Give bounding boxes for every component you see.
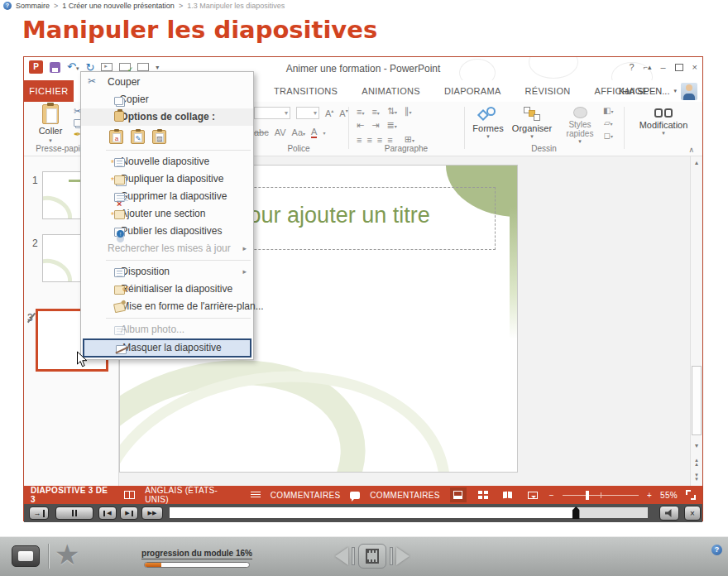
help-badge-icon[interactable]: ? [711,545,722,555]
grow-font-icon[interactable]: A▴ [325,108,333,118]
paste-option-keep-formatting-icon[interactable]: a [109,130,123,144]
seek-bar[interactable] [170,507,648,518]
menu-item-copier[interactable]: Copier [81,91,253,108]
char-spacing-icon[interactable]: AV [275,127,286,137]
breadcrumb-item-module[interactable]: 1 Créer une nouvelle présentation [62,2,175,10]
breadcrumb-item-sommaire[interactable]: Sommaire [16,2,50,10]
fast-forward-button[interactable]: ▶▶ [141,506,163,520]
font-color-icon[interactable]: A [311,127,317,138]
page-title: Manipuler les diapositives [22,16,377,44]
next-slide-icon[interactable]: ▾▾ [691,473,702,481]
align-right-icon[interactable]: ≡ [377,135,382,145]
chevron-down-icon: ▾ [49,137,52,144]
favorites-star-icon[interactable]: ★ [55,538,79,571]
account-chip[interactable]: Karl SPEN... ▾ [619,80,697,102]
maximize-button[interactable] [675,64,683,71]
pause-button[interactable] [55,506,93,520]
previous-chapter-bar [352,547,355,565]
line-spacing-icon[interactable]: ⇅▾ [387,106,397,117]
next-button[interactable]: ▶ [120,506,138,520]
fullscreen-button[interactable] [12,545,40,567]
shrink-font-icon[interactable]: A▾ [339,108,347,118]
language-indicator[interactable]: ANGLAIS (ÉTATS-UNIS) [145,486,241,504]
menu-item-supprimer-la-diapositive[interactable]: Supprimer la diapositive [81,188,253,205]
zoom-percentage[interactable]: 55% [660,491,678,500]
mouse-cursor [76,351,88,368]
font-size-combo[interactable]: ▾ [296,107,319,119]
shapes-button[interactable]: Formes ▾ [471,107,505,140]
comments-toggle[interactable]: COMMENTAIRES [370,491,440,500]
minimize-button[interactable]: – [660,62,665,72]
quick-styles-button[interactable]: Styles rapides ▾ [560,107,600,145]
columns-icon[interactable]: ∥▾ [405,106,412,117]
breadcrumb-separator: > [179,2,183,10]
align-left-icon[interactable]: ≡ [357,135,362,145]
scroll-up-icon[interactable]: ▴ [691,160,702,166]
menu-item-dupliquer-la-diapositive[interactable]: Dupliquer la diapositive [81,170,253,188]
justify-icon[interactable]: ≡ [387,135,392,145]
increase-indent-icon[interactable]: ⇥ [371,120,379,131]
zoom-slider[interactable] [563,487,639,502]
player-close-button[interactable]: × [684,506,701,521]
tab-diaporama[interactable]: DIAPORAMA [444,86,501,96]
menu-item-mise-en-forme-arriere-plan[interactable]: Mise en forme de l'arrière-plan... [81,298,253,315]
window-controls: ? ⌐▴ – × [630,62,697,72]
strikethrough-icon[interactable]: abc [254,127,269,137]
help-button[interactable]: ? [630,62,635,72]
reading-view-button[interactable] [500,487,516,502]
bullets-icon[interactable]: ≡▾ [357,107,364,117]
tab-fichier[interactable]: FICHIER [24,80,74,102]
menu-item-nouvelle-diapositive[interactable]: Nouvelle diapositive [81,153,253,170]
previous-slide-icon[interactable]: ▴▴ [691,458,702,466]
arrange-button[interactable]: Organiser ▾ [510,107,553,140]
notes-toggle[interactable]: COMMENTAIRES [271,491,341,500]
tab-animations[interactable]: ANIMATIONS [362,86,420,96]
tab-revision[interactable]: RÉVISION [525,86,571,96]
paste-option-merge-formatting-icon[interactable]: ✎ [131,130,145,144]
fit-slide-icon[interactable] [686,490,696,500]
vertical-scrollbar[interactable]: ▴ ▾ ▴▴ ▾▾ [690,156,702,486]
previous-chapter-icon[interactable] [335,547,348,565]
paste-button[interactable]: Coller ▾ [32,104,69,147]
shape-fill-icon[interactable]: ◧▾ [603,106,613,115]
normal-view-button[interactable] [450,487,467,502]
menu-item-masquer-la-diapositive[interactable]: Masquer la diapositive [83,338,251,358]
text-direction-icon[interactable]: ≣▾ [386,120,396,131]
numbering-icon[interactable]: ≡▾ [371,107,379,117]
next-chapter-icon[interactable] [396,547,410,565]
editing-button[interactable]: Modification ▾ [626,108,701,137]
scrollbar-thumb[interactable] [692,366,702,435]
font-name-combo[interactable]: ▾ [254,107,290,119]
ribbon-display-options-icon[interactable]: ⌐▴ [644,63,652,71]
spellcheck-icon[interactable] [124,491,135,499]
shape-effects-icon[interactable]: ◻▾ [604,131,613,140]
menu-item-reinitialiser-la-diapositive[interactable]: Réinitialiser la diapositive [81,281,253,298]
exit-button[interactable]: → [29,506,49,520]
volume-button[interactable] [659,506,679,521]
slideshow-button[interactable] [524,487,541,502]
menu-item-ajouter-une-section[interactable]: Ajouter une section [81,205,253,223]
font-controls-row2: abc AV Aa▾ A ▾ [254,127,325,138]
tab-transitions[interactable]: TRANSITIONS [274,86,338,96]
paste-option-picture-icon[interactable]: ▨ [152,130,166,144]
chapter-list-button[interactable] [358,544,386,569]
decrease-indent-icon[interactable]: ⇤ [357,120,364,131]
change-case-icon[interactable]: Aa▾ [292,127,305,137]
collapse-ribbon-icon[interactable]: ∧ [688,146,694,154]
scroll-down-icon[interactable]: ▾ [691,443,702,449]
help-icon[interactable]: ? [3,2,12,10]
previous-button[interactable]: ◀ [98,506,117,520]
menu-item-disposition[interactable]: Disposition ▸ [81,263,253,281]
elearning-screen: ? Sommaire > 1 Créer une nouvelle présen… [0,0,728,576]
menu-item-publier-les-diapositives[interactable]: Publier les diapositives [81,223,253,240]
zoom-in-button[interactable]: + [647,491,652,500]
zoom-out-button[interactable]: − [549,491,554,500]
align-center-icon[interactable]: ≡ [366,135,371,145]
menu-item-couper[interactable]: ✂ Couper [81,74,253,91]
zoom-slider-knob[interactable] [586,491,589,500]
close-button[interactable]: × [692,62,697,72]
slide-sorter-button[interactable] [475,487,491,502]
player-bar: → ◀ ▶ ▶▶ × [24,504,702,522]
arrange-icon [524,107,540,122]
shape-outline-icon[interactable]: ▱▾ [604,118,613,127]
